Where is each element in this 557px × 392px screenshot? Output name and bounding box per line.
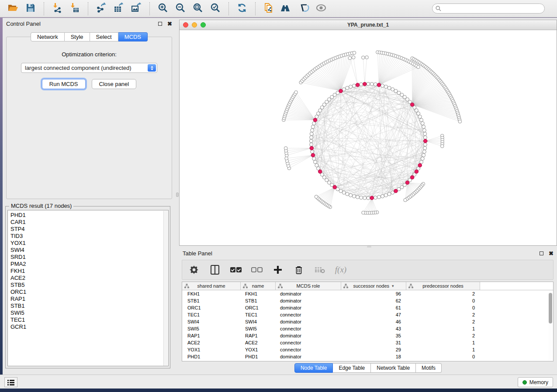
- mcds-result-item[interactable]: ACE2: [10, 275, 168, 282]
- mcds-result-item[interactable]: SWI5: [10, 309, 168, 316]
- table-row[interactable]: FKH1FKH1dominator962: [182, 290, 553, 297]
- mcds-hub-node[interactable]: [423, 139, 427, 143]
- column-header-name[interactable]: name: [241, 282, 276, 290]
- column-header-shared-name[interactable]: shared name: [182, 282, 241, 290]
- table-row[interactable]: ACE2ACE2connector311: [182, 339, 553, 346]
- zoom-fit-button[interactable]: [189, 1, 207, 16]
- table-row[interactable]: SWI5SWI5connector431: [182, 325, 553, 332]
- import-table-button[interactable]: [66, 1, 83, 16]
- mcds-hub-node[interactable]: [339, 89, 343, 93]
- task-history-button[interactable]: [4, 377, 17, 387]
- tab-motifs[interactable]: Motifs: [416, 363, 442, 373]
- mcds-hub-node[interactable]: [363, 82, 367, 86]
- search-input[interactable]: [432, 3, 545, 14]
- table-row[interactable]: SWI4SWI4dominator462: [182, 318, 553, 325]
- mcds-result-item[interactable]: YOX1: [10, 240, 168, 247]
- table-header-row: shared namenameMCDS rolesuccessor nodes▾…: [182, 282, 553, 290]
- tab-node-table[interactable]: Node Table: [294, 363, 333, 373]
- mcds-hub-node[interactable]: [310, 146, 314, 150]
- network-graph-canvas[interactable]: [180, 30, 557, 245]
- mcds-hub-node[interactable]: [410, 103, 414, 107]
- export-image-button[interactable]: [128, 1, 145, 16]
- table-settings-button[interactable]: [188, 264, 200, 275]
- tab-network-table[interactable]: Network Table: [371, 363, 416, 373]
- close-panel-icon[interactable]: ✖: [549, 251, 554, 256]
- tab-mcds[interactable]: MCDS: [118, 32, 148, 41]
- zoom-out-button[interactable]: [172, 1, 189, 16]
- close-panel-icon[interactable]: ✖: [167, 21, 172, 27]
- mcds-result-item[interactable]: SRD1: [10, 254, 168, 261]
- column-header-mcds-role[interactable]: MCDS role: [276, 282, 341, 290]
- refresh-layout-button[interactable]: [233, 1, 251, 16]
- mcds-result-item[interactable]: ORC1: [10, 289, 168, 296]
- mcds-result-item[interactable]: PMA2: [10, 261, 168, 268]
- vertical-splitter[interactable]: [176, 18, 179, 389]
- mcds-hub-node[interactable]: [377, 83, 381, 87]
- mcds-hub-node[interactable]: [370, 196, 374, 200]
- mcds-result-item[interactable]: GCR1: [10, 323, 168, 330]
- mcds-list-scrollbar[interactable]: [163, 211, 168, 366]
- mcds-hub-node[interactable]: [356, 83, 360, 87]
- tab-edge-table[interactable]: Edge Table: [333, 363, 371, 373]
- tab-select[interactable]: Select: [90, 32, 118, 41]
- mcds-result-item[interactable]: CAR1: [10, 219, 168, 226]
- float-panel-icon[interactable]: [540, 251, 543, 255]
- table-row[interactable]: PHD1PHD1dominator180: [182, 353, 553, 360]
- open-file-button[interactable]: [4, 1, 22, 16]
- import-network-button[interactable]: [48, 1, 66, 16]
- delete-table-button[interactable]: [314, 264, 325, 275]
- memory-button[interactable]: Memory: [518, 377, 553, 387]
- mcds-hub-node[interactable]: [415, 170, 419, 174]
- mcds-hub-node[interactable]: [418, 163, 422, 167]
- delete-column-button[interactable]: [293, 264, 304, 275]
- mcds-result-item[interactable]: FKH1: [10, 268, 168, 275]
- mcds-hub-node[interactable]: [333, 185, 337, 189]
- close-panel-button[interactable]: Close panel: [92, 79, 137, 89]
- save-button[interactable]: [22, 1, 39, 16]
- zoom-in-button[interactable]: [154, 1, 172, 16]
- search-network-button[interactable]: [277, 1, 295, 16]
- column-header-predecessor-nodes[interactable]: predecessor nodes: [406, 282, 480, 290]
- select-all-button[interactable]: [230, 264, 242, 275]
- mcds-result-list[interactable]: PHD1CAR1STP4TID3YOX1SWI4SRD1PMA2FKH1ACE2…: [7, 210, 169, 366]
- float-panel-icon[interactable]: [158, 22, 162, 26]
- clone-network-button[interactable]: [260, 1, 277, 16]
- table-row[interactable]: STB1STB1dominator620: [182, 297, 553, 304]
- mcds-result-item[interactable]: PHD1: [10, 212, 168, 219]
- mcds-result-item[interactable]: STB5: [10, 282, 168, 289]
- add-column-button[interactable]: [272, 264, 284, 275]
- network-view-titlebar[interactable]: YPA_prune.txt_1: [180, 20, 557, 30]
- optimization-criterion-select[interactable]: largest connected component (undirected): [21, 63, 157, 73]
- show-visibility-button[interactable]: [312, 1, 330, 16]
- splitter-handle[interactable]: [176, 193, 179, 197]
- export-table-button[interactable]: [110, 1, 128, 16]
- mcds-hub-node[interactable]: [405, 181, 409, 185]
- split-panel-button[interactable]: [209, 264, 221, 275]
- table-row[interactable]: TEC1TEC1connector472: [182, 311, 553, 318]
- mcds-hub-node[interactable]: [410, 175, 414, 179]
- table-row[interactable]: YOX1YOX1connector291: [182, 346, 553, 353]
- mcds-result-item[interactable]: STB1: [10, 303, 168, 309]
- mcds-result-item[interactable]: SWI4: [10, 247, 168, 254]
- mcds-hub-node[interactable]: [313, 118, 317, 122]
- mcds-result-item[interactable]: RAP1: [10, 296, 168, 303]
- table-scrollbar[interactable]: [548, 292, 552, 361]
- hide-visibility-button[interactable]: [295, 1, 312, 16]
- table-row[interactable]: ORC1ORC1dominator610: [182, 304, 553, 311]
- column-header-successor-nodes[interactable]: successor nodes▾: [341, 282, 406, 290]
- mcds-result-item[interactable]: STP4: [10, 226, 168, 233]
- mcds-hub-node[interactable]: [394, 189, 398, 193]
- export-network-button[interactable]: [93, 1, 110, 16]
- tab-network[interactable]: Network: [31, 32, 65, 41]
- mcds-hub-node[interactable]: [311, 153, 315, 157]
- function-builder-button[interactable]: f(x): [335, 264, 346, 275]
- table-row[interactable]: RAP1RAP1dominator352: [182, 332, 553, 339]
- mcds-result-item[interactable]: TID3: [10, 233, 168, 240]
- mcds-hub-node[interactable]: [318, 170, 322, 174]
- table-scrollbar-thumb[interactable]: [549, 293, 552, 323]
- mcds-result-item[interactable]: TEC1: [10, 316, 168, 323]
- tab-style[interactable]: Style: [65, 32, 90, 41]
- run-mcds-button[interactable]: Run MCDS: [42, 79, 86, 89]
- deselect-all-button[interactable]: [251, 264, 263, 275]
- zoom-selected-button[interactable]: [207, 1, 224, 16]
